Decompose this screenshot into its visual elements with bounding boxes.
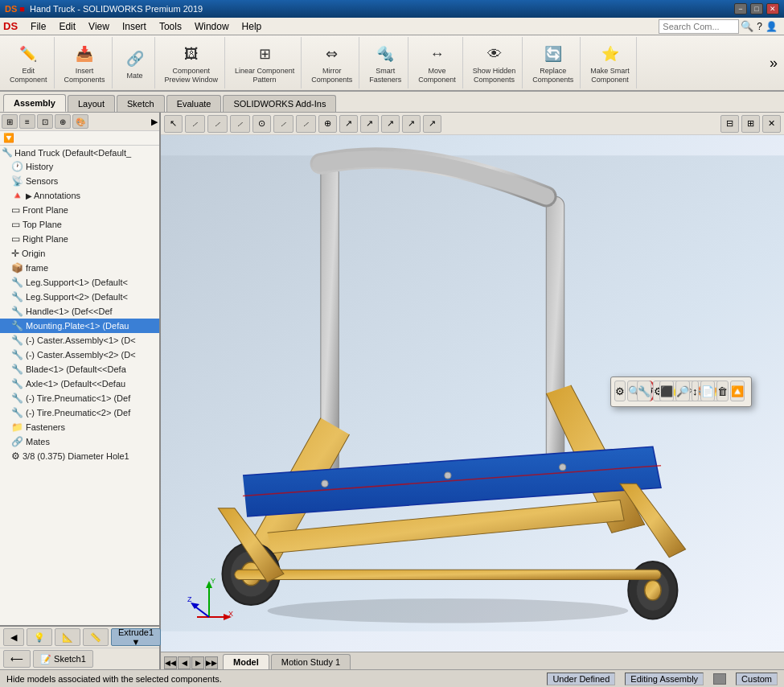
extrude-button[interactable]: Extrude1 ▼ [111,628,161,646]
ctx-btn-delete[interactable]: 🗑 [716,381,729,401]
maximize-button[interactable]: □ [750,3,763,14]
tree-item-tire1[interactable]: 🔧 (-) Tire.Pneumatic<1> (Def [0,391,159,405]
viewport-close-button[interactable]: ✕ [762,115,781,133]
tree-item-frame[interactable]: 📦 frame [0,261,159,275]
ctx-btn-comp-props[interactable]: 🔧 [637,381,651,401]
ctx-btn-move[interactable]: ↕ [692,381,699,401]
menu-help[interactable]: Help [236,19,269,34]
sec-btn-3[interactable]: ⟋ [207,115,228,133]
sec-btn-2[interactable]: ⟋ [185,115,205,133]
edit-component-button[interactable]: ✏️ EditComponent [6,39,51,86]
menu-window[interactable]: Window [188,19,236,34]
tree-btn-4[interactable]: ⊕ [55,114,71,129]
smart-fasteners-icon: 🔩 [372,41,398,67]
tab-addins[interactable]: SOLIDWORKS Add-Ins [223,95,336,112]
tree-item-mates[interactable]: 🔗 Mates [0,434,159,449]
ctx-btn-props[interactable]: ⚙ [614,381,626,401]
tree-btn-5[interactable]: 🎨 [72,114,88,129]
make-smart-button[interactable]: ⭐ Make SmartComponent [587,39,633,86]
replace-button[interactable]: 🔄 ReplaceComponents [529,39,577,86]
sensors-label: Sensors [26,176,58,186]
bottom-tab-motion[interactable]: Motion Study 1 [271,654,351,669]
menu-tools[interactable]: Tools [153,19,188,34]
tree-root[interactable]: 🔧 Hand Truck (Default<Default_ [0,146,159,159]
cmd-back-button[interactable]: ◀ [3,628,24,646]
tab-assembly[interactable]: Assembly [3,94,66,112]
sec-btn-13[interactable]: ↗ [423,115,441,133]
tree-item-caster1[interactable]: 🔧 (-) Caster.Assembly<1> (D< [0,333,159,348]
mirror-button[interactable]: ⇔ MirrorComponents [308,39,355,86]
tree-btn-3[interactable]: ⊡ [37,114,53,129]
tree-item-hole[interactable]: ⚙ 3/8 (0.375) Diameter Hole1 [0,449,159,463]
search-icon[interactable]: 🔍 [741,20,753,32]
tree-item-mounting-plate[interactable]: 🔧 Mounting.Plate<1> (Defau [0,319,159,333]
menu-view[interactable]: View [82,19,116,34]
close-button[interactable]: ✕ [766,3,779,14]
move-component-button[interactable]: ↔️ MoveComponent [415,39,459,86]
viewport-min-button[interactable]: ⊟ [720,115,739,133]
cmd-dim-button[interactable]: 📏 [83,628,109,646]
cmd-light-button[interactable]: 💡 [27,628,52,646]
tree-expand-icon[interactable]: ▶ [151,117,158,127]
tree-item-tire2[interactable]: 🔧 (-) Tire.Pneumatic<2> (Def [0,405,159,420]
menu-edit[interactable]: Edit [52,19,82,34]
ctx-btn-up[interactable]: 🔼 [730,381,745,401]
ctx-btn-select[interactable]: ⬛ [659,381,674,401]
sec-btn-6[interactable]: ⟋ [273,115,293,133]
tree-item-sensors[interactable]: 📡 Sensors [0,174,159,188]
tree-item-leg-support2[interactable]: 🔧 Leg.Support<2> (Default< [0,290,159,304]
help-icon[interactable]: ? [757,21,762,32]
linear-pattern-button[interactable]: ⊞ Linear ComponentPattern [232,39,298,86]
3d-viewport[interactable]: ⚙ 🔍 ↺ 🔗 📋 ⬆ 🔧 ⚙ ⭐ 👁 🎨 📂 [161,135,784,652]
mate-button[interactable]: 🔗 Mate [119,44,151,82]
tree-btn-1[interactable]: ⊞ [2,114,18,129]
menu-file[interactable]: File [24,19,52,34]
tree-item-top-plane[interactable]: ▭ Top Plane [0,217,159,232]
sec-btn-9[interactable]: ↗ [339,115,358,133]
tab-layout[interactable]: Layout [68,95,115,112]
sec-btn-8[interactable]: ⊕ [318,115,337,133]
sec-btn-1[interactable]: ↖ [164,115,183,133]
sec-btn-10[interactable]: ↗ [360,115,379,133]
replace-icon: 🔄 [540,41,566,67]
tree-item-axle[interactable]: 🔧 Axle<1> (Default<<Defau [0,376,159,391]
tab-sketch[interactable]: Sketch [117,95,165,112]
sec-btn-7[interactable]: ⟋ [296,115,316,133]
tree-item-history[interactable]: 🕐 History [0,159,159,174]
tree-btn-2[interactable]: ≡ [19,114,35,129]
cmd-sketch-button[interactable]: 📐 [55,628,80,646]
tree-item-origin[interactable]: ✛ Origin [0,246,159,261]
nav-first-button[interactable]: ◀◀ [164,656,177,669]
nav-last-button[interactable]: ▶▶ [205,656,218,669]
ctx-btn-copy[interactable]: 📄 [700,381,715,401]
tree-item-handle[interactable]: 🔧 Handle<1> (Def<<Def [0,304,159,319]
insert-components-button[interactable]: 📥 InsertComponents [61,39,109,86]
smart-fasteners-button[interactable]: 🔩 SmartFasteners [366,39,404,86]
sec-btn-4[interactable]: ⟋ [230,115,250,133]
preview-window-button[interactable]: 🖼 ComponentPreview Window [162,39,222,86]
tree-item-annotations[interactable]: 🔺 ▶ Annotations [0,188,159,203]
viewport-max-button[interactable]: ⊞ [741,115,760,133]
show-hidden-button[interactable]: 👁 Show HiddenComponents [470,39,519,86]
tree-item-leg-support1[interactable]: 🔧 Leg.Support<1> (Default< [0,275,159,290]
tree-item-front-plane[interactable]: ▭ Front Plane [0,203,159,217]
sec-btn-12[interactable]: ↗ [402,115,421,133]
tree-item-right-plane[interactable]: ▭ Right Plane [0,232,159,246]
menu-insert[interactable]: Insert [116,19,153,34]
sec-btn-11[interactable]: ↗ [381,115,400,133]
nav-next-button[interactable]: ▶ [191,656,204,669]
cmd-arrow-button[interactable]: ⟵ [3,650,31,668]
tree-item-blade[interactable]: 🔧 Blade<1> (Default<<Defa [0,362,159,376]
bottom-tab-model[interactable]: Model [223,654,269,669]
sec-btn-5[interactable]: ⊙ [252,115,271,133]
tree-item-fasteners[interactable]: 📁 Fasteners [0,420,159,434]
nav-prev-button[interactable]: ◀ [178,656,191,669]
minimize-button[interactable]: − [734,3,747,14]
search-input[interactable] [659,19,739,34]
sketch1-button[interactable]: 📝 Sketch1 [33,650,93,668]
ctx-btn-zoom2[interactable]: 🔎 [675,381,690,401]
toolbar-expand-icon[interactable]: » [770,55,778,72]
tab-evaluate[interactable]: Evaluate [166,95,222,112]
account-icon[interactable]: 👤 [766,21,778,32]
tree-item-caster2[interactable]: 🔧 (-) Caster.Assembly<2> (D< [0,348,159,362]
